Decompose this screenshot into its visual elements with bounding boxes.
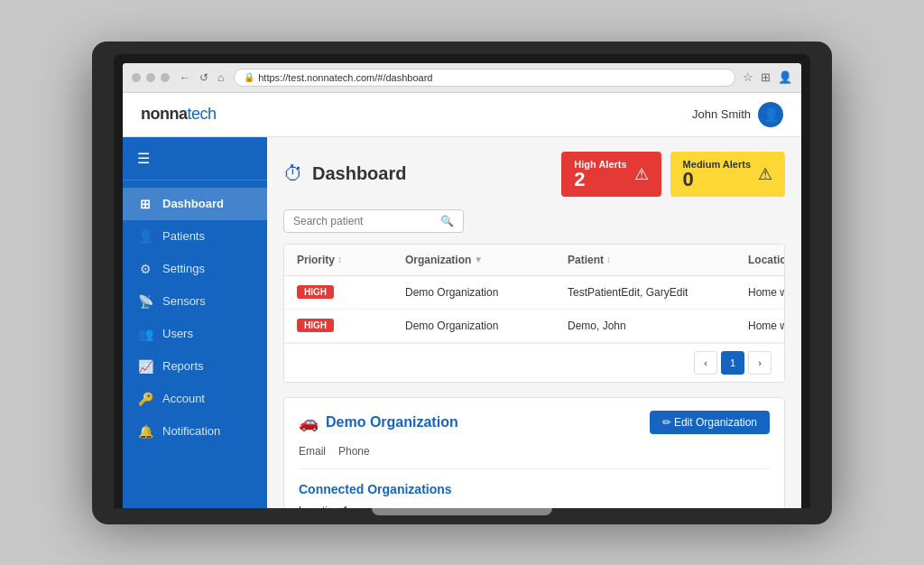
avatar-icon: 👤 <box>763 107 779 122</box>
sidebar-item-label: Notification <box>162 424 220 438</box>
sort-priority-icon[interactable]: ↕ <box>337 255 342 264</box>
org-tab-phone[interactable]: Phone <box>338 445 370 461</box>
location-cell: Home with Assistance <box>748 286 785 299</box>
edit-org-button[interactable]: ✏ Edit Organization <box>650 411 770 434</box>
reports-icon: 📈 <box>137 359 153 374</box>
app-header: nonnatech John Smith 👤 <box>123 93 801 137</box>
high-alert-info: High Alerts 2 <box>574 159 626 190</box>
sidebar-item-users[interactable]: 👥 Users <box>123 318 267 350</box>
table-row[interactable]: HIGH Demo Organization Demo, John Home w… <box>284 310 784 343</box>
sort-org-icon[interactable]: ▼ <box>474 255 483 264</box>
org-header: 🚗 Demo Organization ✏ Edit Organization <box>299 411 770 434</box>
browser-close[interactable] <box>132 73 141 82</box>
prev-page-button[interactable]: ‹ <box>694 351 717 375</box>
dashboard-icon: ⊞ <box>137 197 153 211</box>
extensions-icon[interactable]: ⊞ <box>761 70 771 84</box>
org-title: Demo Organization <box>326 414 458 431</box>
address-bar[interactable]: 🔒 https://test.nonnatech.com/#/dashboard <box>234 69 735 87</box>
org-icon: 🚗 <box>299 412 319 432</box>
next-page-button[interactable]: › <box>748 351 772 375</box>
sidebar-item-label: Reports <box>162 359 204 373</box>
users-icon: 👥 <box>137 327 153 341</box>
back-arrow[interactable]: ← <box>177 71 193 84</box>
page-header: ⏱ Dashboard High Alerts 2 <box>283 152 785 197</box>
browser-actions: ☆ ⊞ 👤 <box>743 70 792 84</box>
home-icon[interactable]: ⌂ <box>215 71 226 84</box>
avatar[interactable]: 👤 <box>758 102 783 127</box>
notification-icon: 🔔 <box>137 424 153 439</box>
sidebar-item-settings[interactable]: ⚙ Settings <box>123 253 267 285</box>
page-title-area: ⏱ Dashboard <box>283 162 406 186</box>
medium-alert-badge[interactable]: Medium Alerts 0 ⚠ <box>670 152 785 197</box>
location-cell: Home with Assistance <box>748 320 785 332</box>
col-priority: Priority ↕ <box>297 254 405 266</box>
clock-icon: ⏱ <box>283 162 303 186</box>
sidebar-item-label: Patients <box>162 229 205 243</box>
nav-arrows[interactable]: ← ↺ ⌂ <box>177 71 226 84</box>
sidebar-item-sensors[interactable]: 📡 Sensors <box>123 285 267 318</box>
search-bar[interactable]: 🔍 <box>283 209 464 233</box>
table-row[interactable]: HIGH Demo Organization TestPatientEdit, … <box>284 276 784 310</box>
sidebar-item-reports[interactable]: 📈 Reports <box>123 350 267 383</box>
medium-alert-info: Medium Alerts 0 <box>683 159 751 190</box>
browser-bar: ← ↺ ⌂ 🔒 https://test.nonnatech.com/#/das… <box>123 63 801 93</box>
high-alert-icon: ⚠ <box>634 164 649 184</box>
alert-badges: High Alerts 2 ⚠ Medium Alerts 0 <box>561 152 785 197</box>
url-text: https://test.nonnatech.com/#/dashboard <box>258 72 432 83</box>
app-logo: nonnatech <box>141 105 217 124</box>
col-location: Location ↕ <box>748 254 785 266</box>
patient-cell: Demo, John <box>568 320 748 332</box>
medium-alert-icon: ⚠ <box>758 164 772 184</box>
sidebar-item-patients[interactable]: 👤 Patients <box>123 220 267 253</box>
sensors-icon: 📡 <box>137 294 153 309</box>
browser-controls <box>132 73 170 82</box>
patients-icon: 👤 <box>137 229 153 244</box>
sidebar-item-notification[interactable]: 🔔 Notification <box>123 415 267 448</box>
connected-orgs-list: Location 1 Location 2 <box>299 502 770 508</box>
browser-minimize[interactable] <box>146 73 155 82</box>
org-section: 🚗 Demo Organization ✏ Edit Organization … <box>283 397 785 508</box>
sidebar-item-account[interactable]: 🔑 Account <box>123 383 267 415</box>
search-input[interactable] <box>293 215 435 227</box>
search-icon: 🔍 <box>440 215 454 227</box>
bookmark-icon[interactable]: ☆ <box>743 70 753 84</box>
pagination: ‹ 1 › <box>284 343 784 382</box>
table-header: Priority ↕ Organization ▼ Patient <box>284 245 784 276</box>
sidebar-item-dashboard[interactable]: ⊞ Dashboard <box>123 188 267 220</box>
high-alert-count: 2 <box>574 168 585 190</box>
profile-icon[interactable]: 👤 <box>778 70 792 84</box>
hamburger-icon[interactable]: ☰ <box>137 151 150 166</box>
list-item: Location 1 <box>299 502 770 508</box>
refresh-icon[interactable]: ↺ <box>197 71 211 84</box>
settings-icon: ⚙ <box>137 262 153 276</box>
medium-alert-count: 0 <box>683 168 694 190</box>
page-title: Dashboard <box>312 163 406 184</box>
col-organization: Organization ▼ <box>405 254 568 266</box>
user-area[interactable]: John Smith 👤 <box>692 102 783 127</box>
patient-cell: TestPatientEdit, GaryEdit <box>568 286 748 299</box>
high-alert-badge[interactable]: High Alerts 2 ⚠ <box>561 152 661 197</box>
org-title-area: 🚗 Demo Organization <box>299 412 458 432</box>
alerts-table: Priority ↕ Organization ▼ Patient <box>283 244 785 383</box>
sort-patient-icon[interactable]: ↕ <box>606 255 611 264</box>
org-tabs: Email Phone <box>299 445 770 469</box>
priority-cell: HIGH <box>297 285 405 299</box>
user-name: John Smith <box>692 107 751 121</box>
current-page-button[interactable]: 1 <box>721 351 744 375</box>
sidebar-item-label: Settings <box>162 262 205 275</box>
sidebar-item-label: Account <box>162 392 205 405</box>
sidebar-nav: ⊞ Dashboard 👤 Patients ⚙ Settings <box>123 181 267 508</box>
priority-badge-high: HIGH <box>297 319 334 332</box>
col-patient: Patient ↕ <box>568 254 748 266</box>
sidebar-header[interactable]: ☰ <box>123 137 267 181</box>
account-icon: 🔑 <box>137 392 153 406</box>
organization-cell: Demo Organization <box>405 286 568 299</box>
lock-icon: 🔒 <box>244 72 254 82</box>
browser-maximize[interactable] <box>161 73 170 82</box>
connected-orgs-title: Connected Organizations <box>299 482 770 496</box>
main-content: ⏱ Dashboard High Alerts 2 <box>267 137 801 508</box>
sidebar-item-label: Sensors <box>162 294 206 308</box>
sidebar-item-label: Dashboard <box>162 197 224 210</box>
organization-cell: Demo Organization <box>405 320 568 332</box>
org-tab-email[interactable]: Email <box>299 445 326 461</box>
